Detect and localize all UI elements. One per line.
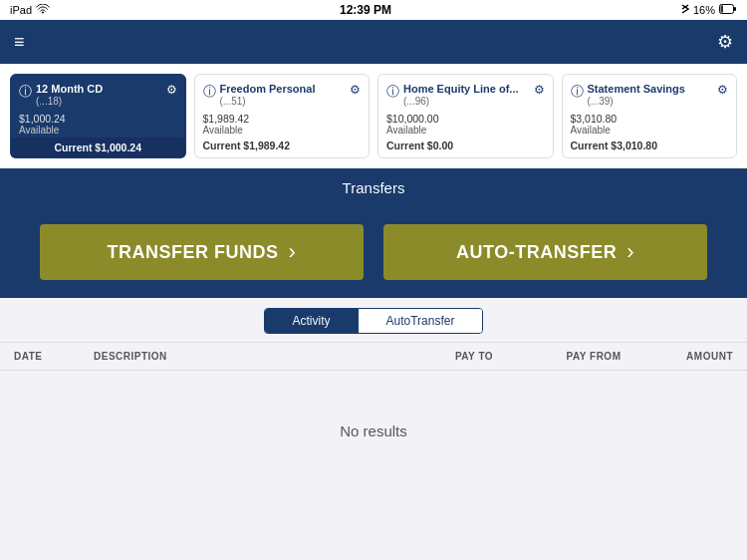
col-header-date: DATE <box>14 351 94 362</box>
status-left: iPad <box>10 4 50 17</box>
transfers-title: Transfers <box>343 179 405 196</box>
transfers-header: Transfers <box>0 168 747 206</box>
no-results-text: No results <box>340 422 407 439</box>
account-info-icon-1[interactable]: ⓘ <box>203 83 216 101</box>
account-info-icon-3[interactable]: ⓘ <box>571 83 584 101</box>
menu-icon[interactable]: ≡ <box>14 32 25 53</box>
svg-rect-2 <box>721 6 724 13</box>
tab-autotransfer[interactable]: AutoTransfer <box>359 309 483 333</box>
no-results-area: No results <box>0 371 747 490</box>
account-info-icon-0[interactable]: ⓘ <box>19 83 32 101</box>
account-card-3[interactable]: ⓘ Statement Savings (...39) ⚙ $3,010.80 … <box>562 74 738 158</box>
transfer-funds-label: TRANSFER FUNDS <box>108 242 279 263</box>
bluetooth-icon <box>681 3 689 17</box>
account-balance-2: $10,000.00 <box>386 113 545 125</box>
account-balance-0: $1,000.24 <box>19 113 177 125</box>
status-right: 16% <box>681 3 737 17</box>
account-card-2[interactable]: ⓘ Home Equity Line of... (...96) ⚙ $10,0… <box>377 74 554 158</box>
auto-transfer-chevron: › <box>626 239 634 265</box>
accounts-row: ⓘ 12 Month CD (...18) ⚙ $1,000.24 Availa… <box>0 64 747 168</box>
account-card-0[interactable]: ⓘ 12 Month CD (...18) ⚙ $1,000.24 Availa… <box>10 74 186 158</box>
account-name-0: 12 Month CD <box>36 83 103 96</box>
settings-icon[interactable]: ⚙ <box>717 31 733 53</box>
account-gear-icon-1[interactable]: ⚙ <box>350 83 361 97</box>
tabs-row: Activity AutoTransfer <box>0 298 747 334</box>
transfer-buttons-row: TRANSFER FUNDS › AUTO-TRANSFER › <box>0 206 747 298</box>
account-current-1: Current $1,989.42 <box>203 136 362 151</box>
tab-group: Activity AutoTransfer <box>264 308 484 334</box>
account-name-3: Statement Savings <box>588 83 685 96</box>
account-number-2: (...96) <box>403 96 519 107</box>
table-header: DATE DESCRIPTION PAY TO PAY FROM AMOUNT <box>0 342 747 371</box>
nav-bar: ≡ ⚙ <box>0 20 747 64</box>
svg-rect-3 <box>734 7 736 11</box>
account-card-1[interactable]: ⓘ Freedom Personal (...51) ⚙ $1,989.42 A… <box>194 74 371 158</box>
auto-transfer-button[interactable]: AUTO-TRANSFER › <box>383 224 707 280</box>
account-current-3: Current $3,010.80 <box>571 136 729 151</box>
account-number-0: (...18) <box>36 96 103 107</box>
transfer-funds-chevron: › <box>289 239 297 265</box>
account-gear-icon-3[interactable]: ⚙ <box>717 83 728 97</box>
account-available-1: Available <box>203 125 362 136</box>
account-number-1: (...51) <box>220 96 316 107</box>
col-header-payfrom: PAY FROM <box>534 351 653 362</box>
account-name-2: Home Equity Line of... <box>403 83 519 96</box>
col-header-description: DESCRIPTION <box>94 351 414 362</box>
account-current-2: Current $0.00 <box>386 136 545 151</box>
account-gear-icon-2[interactable]: ⚙ <box>534 83 545 97</box>
status-bar: iPad 12:39 PM 16% <box>0 0 747 20</box>
account-info-icon-2[interactable]: ⓘ <box>386 83 399 101</box>
auto-transfer-label: AUTO-TRANSFER <box>456 242 617 263</box>
col-header-amount: AMOUNT <box>653 351 733 362</box>
tab-activity[interactable]: Activity <box>265 309 359 333</box>
wifi-icon <box>36 4 50 17</box>
carrier-label: iPad <box>10 4 32 16</box>
status-time: 12:39 PM <box>340 3 391 17</box>
battery-icon <box>719 4 737 16</box>
transfer-funds-button[interactable]: TRANSFER FUNDS › <box>40 224 364 280</box>
account-current-0: Current $1,000.24 <box>11 138 185 157</box>
account-balance-1: $1,989.42 <box>203 113 362 125</box>
account-available-2: Available <box>386 125 545 136</box>
battery-label: 16% <box>693 4 715 16</box>
account-balance-3: $3,010.80 <box>571 113 729 125</box>
account-available-0: Available <box>19 125 177 136</box>
account-number-3: (...39) <box>588 96 685 107</box>
account-name-1: Freedom Personal <box>220 83 316 96</box>
col-header-payto: PAY TO <box>414 351 534 362</box>
account-gear-icon-0[interactable]: ⚙ <box>166 83 177 97</box>
account-available-3: Available <box>571 125 729 136</box>
